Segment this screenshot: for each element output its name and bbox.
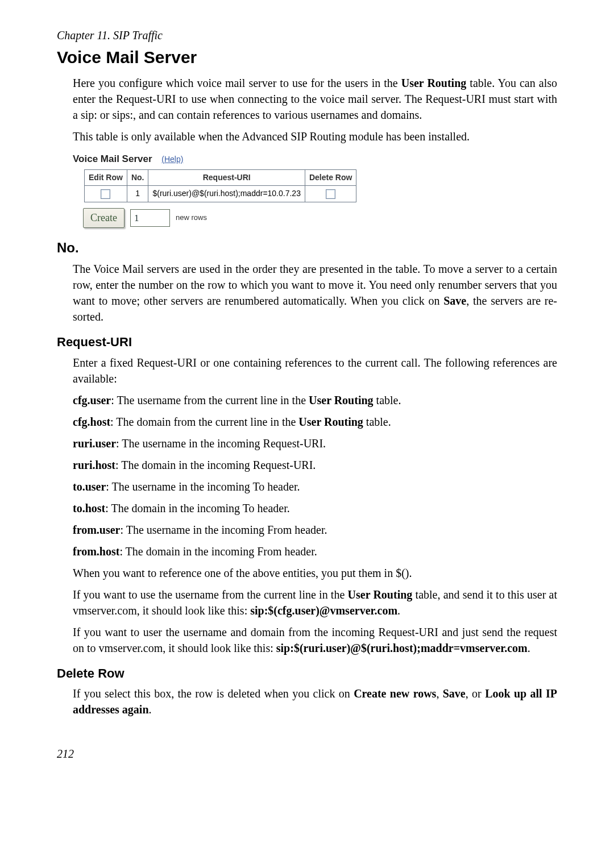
new-rows-label: new rows xyxy=(176,213,207,223)
example1-c: . xyxy=(397,604,400,617)
create-button[interactable]: Create xyxy=(83,208,125,228)
no-bold-save: Save xyxy=(443,294,466,307)
ref-from-host-text: : The domain in the incoming From header… xyxy=(119,545,317,558)
ref-ruri-user-text: : The username in the incoming Request-U… xyxy=(116,437,326,450)
table-row: 1 $(ruri.user)@$(ruri.host);maddr=10.0.7… xyxy=(85,186,356,202)
ref-cfg-host-bold: User Routing xyxy=(298,416,363,428)
example-2: If you want to user the username and dom… xyxy=(73,624,557,656)
ref-to-user: to.user: The username in the incoming To… xyxy=(73,479,557,495)
delete-row-paragraph: If you select this box, the row is delet… xyxy=(73,686,557,717)
intro-paragraph-2: This table is only available when the Ad… xyxy=(73,128,557,144)
example2-b: . xyxy=(528,642,530,654)
header-request-uri: Request-URI xyxy=(148,169,305,186)
ref-cfg-user-label: cfg.user xyxy=(73,394,111,406)
page-number: 212 xyxy=(57,746,557,762)
cell-delete-checkbox xyxy=(305,186,356,202)
ref-to-user-label: to.user xyxy=(73,480,106,493)
delete-sep1: , xyxy=(436,687,442,700)
header-edit-row: Edit Row xyxy=(85,169,127,186)
ref-to-host-text: : The domain in the incoming To header. xyxy=(105,502,289,514)
example1-bold1: User Routing xyxy=(348,588,413,601)
table-header-row: Edit Row No. Request-URI Delete Row xyxy=(85,169,356,186)
ref-ruri-host-text: : The domain in the incoming Request-URI… xyxy=(115,459,316,471)
delete-bold2: Save xyxy=(443,687,466,700)
voice-mail-server-table: Edit Row No. Request-URI Delete Row 1 $(… xyxy=(84,169,356,202)
delete-b: . xyxy=(149,703,152,716)
delete-row-checkbox[interactable] xyxy=(326,189,335,199)
panel-title: Voice Mail Server (Help) xyxy=(73,152,414,166)
ref-ruri-host-label: ruri.host xyxy=(73,459,115,471)
cell-edit-checkbox xyxy=(85,186,127,202)
chapter-reference: Chapter 11. SIP Traffic xyxy=(57,27,557,43)
voice-mail-server-panel: Voice Mail Server (Help) Edit Row No. Re… xyxy=(73,152,414,228)
example1-a: If you want to use the username from the… xyxy=(73,588,348,601)
create-row-controls: Create 1 new rows xyxy=(83,208,414,228)
intro-text-1a: Here you configure which voice mail serv… xyxy=(73,77,401,89)
ref-cfg-user-bold: User Routing xyxy=(309,394,374,406)
delete-sep2: , or xyxy=(466,687,485,700)
ref-cfg-host-text: : The domain from the current line in th… xyxy=(110,416,298,428)
delete-a: If you select this box, the row is delet… xyxy=(73,687,354,700)
request-uri-intro: Enter a fixed Request-URI or one contain… xyxy=(73,355,557,387)
ref-from-host-label: from.host xyxy=(73,545,119,558)
ref-to-host-label: to.host xyxy=(73,502,105,514)
help-link[interactable]: (Help) xyxy=(161,155,183,164)
example-1: If you want to use the username from the… xyxy=(73,587,557,618)
new-rows-input[interactable]: 1 xyxy=(130,209,170,227)
cell-no: 1 xyxy=(127,186,148,202)
no-heading: No. xyxy=(57,238,557,258)
ref-cfg-user-text: : The username from the current line in … xyxy=(111,394,309,406)
ref-cfg-host-label: cfg.host xyxy=(73,416,110,428)
ref-from-user-text: : The username in the incoming From head… xyxy=(121,524,327,536)
ref-to-user-text: : The username in the incoming To header… xyxy=(106,480,300,493)
ref-cfg-user: cfg.user: The username from the current … xyxy=(73,392,557,408)
panel-title-text: Voice Mail Server xyxy=(73,153,152,164)
intro-bold-user-routing: User Routing xyxy=(401,77,467,89)
ref-from-user: from.user: The username in the incoming … xyxy=(73,522,557,538)
ref-cfg-host-tail: table. xyxy=(363,416,391,428)
ref-to-host: to.host: The domain in the incoming To h… xyxy=(73,500,557,516)
example1-bold2: sip:$(cfg.user)@vmserver.com xyxy=(250,604,397,617)
delete-row-heading: Delete Row xyxy=(57,665,557,683)
no-paragraph: The Voice Mail servers are used in the o… xyxy=(73,261,557,325)
ref-ruri-host: ruri.host: The domain in the incoming Re… xyxy=(73,457,557,473)
delete-bold1: Create new rows xyxy=(354,687,436,700)
example2-bold: sip:$(ruri.user)@$(ruri.host);maddr=vmse… xyxy=(276,642,528,654)
ref-ruri-user: ruri.user: The username in the incoming … xyxy=(73,435,557,451)
ref-from-host: from.host: The domain in the incoming Fr… xyxy=(73,543,557,559)
edit-row-checkbox[interactable] xyxy=(101,189,110,199)
cell-request-uri: $(ruri.user)@$(ruri.host);maddr=10.0.7.2… xyxy=(148,186,305,202)
page-title: Voice Mail Server xyxy=(57,45,557,69)
header-delete-row: Delete Row xyxy=(305,169,356,186)
ref-ruri-user-label: ruri.user xyxy=(73,437,116,450)
when-reference: When you want to reference one of the ab… xyxy=(73,565,557,581)
intro-paragraph-1: Here you configure which voice mail serv… xyxy=(73,75,557,123)
ref-cfg-host: cfg.host: The domain from the current li… xyxy=(73,414,557,430)
header-no: No. xyxy=(127,169,148,186)
ref-cfg-user-tail: table. xyxy=(374,394,401,406)
request-uri-heading: Request-URI xyxy=(57,334,557,351)
ref-from-user-label: from.user xyxy=(73,524,121,536)
